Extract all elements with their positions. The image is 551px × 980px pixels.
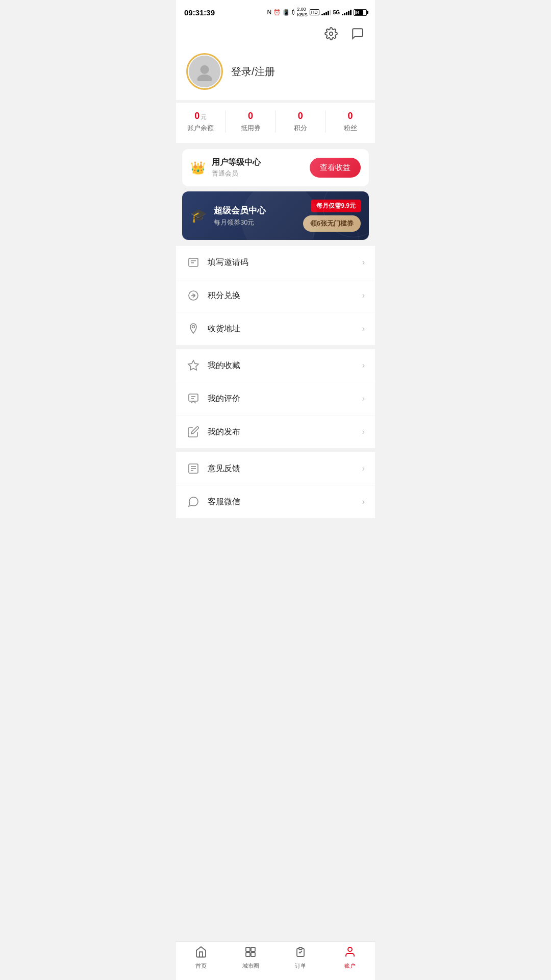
svg-rect-3 [189, 258, 198, 266]
get-coupon-button[interactable]: 领6张无门槛券 [303, 215, 361, 232]
nav-city-label: 城市圈 [242, 962, 259, 970]
menu-item-points-exchange[interactable]: 积分兑换 › [176, 279, 375, 312]
avatar-wrapper[interactable] [186, 53, 223, 90]
status-bar: 09:31:39 N ⏰ 📳 ₿ 2.00KB/S HD 5G 84 [176, 0, 375, 22]
menu-item-shipping-address[interactable]: 收货地址 › [176, 312, 375, 345]
header-actions [176, 22, 375, 48]
feedback-icon [186, 461, 201, 476]
svg-point-2 [197, 75, 212, 81]
points-label: 积分 [294, 124, 307, 133]
svg-rect-20 [251, 952, 255, 957]
nav-orders[interactable]: 订单 [276, 946, 325, 970]
super-vip-info: 超级会员中心 每月领券30元 [214, 205, 266, 227]
nfc-icon: N [267, 9, 271, 16]
favorites-icon [186, 358, 201, 373]
nav-account-label: 账户 [344, 962, 356, 970]
nav-home-label: 首页 [195, 962, 207, 970]
city-circle-icon [244, 946, 257, 960]
super-vip-card[interactable]: 🎓 超级会员中心 每月领券30元 每月仅需9.9元 领6张无门槛券 [182, 191, 369, 240]
super-vip-title: 超级会员中心 [214, 205, 266, 216]
login-text[interactable]: 登录/注册 [231, 65, 275, 79]
chevron-right-icon: › [362, 324, 365, 333]
reviews-icon [186, 391, 201, 406]
super-vip-left: 🎓 超级会员中心 每月领券30元 [190, 205, 266, 227]
balance-number: 0 [194, 111, 199, 121]
status-time: 09:31:39 [184, 8, 215, 17]
coupons-number: 0 [248, 111, 253, 121]
message-button[interactable] [348, 24, 367, 43]
svg-point-1 [200, 65, 209, 74]
fans-number: 0 [348, 111, 353, 121]
crown-icon: 👑 [190, 161, 206, 175]
svg-point-8 [192, 326, 195, 328]
bluetooth-icon: ₿ [292, 9, 295, 15]
vip-title: 用户等级中心 [212, 157, 261, 168]
cards-section: 👑 用户等级中心 普通会员 查看收益 🎓 超级会员中心 每月领券30元 每月仅需… [176, 143, 375, 246]
posts-label: 我的发布 [208, 427, 362, 437]
svg-point-22 [348, 947, 352, 951]
signal-5g [342, 9, 352, 15]
nav-home[interactable]: 首页 [176, 946, 226, 970]
points-exchange-icon [186, 288, 201, 303]
nav-account[interactable]: 账户 [325, 946, 375, 970]
vibrate-icon: 📳 [283, 9, 290, 16]
invite-code-icon [186, 255, 201, 270]
svg-rect-19 [246, 952, 250, 957]
alarm-icon: ⏰ [273, 9, 281, 16]
favorites-label: 我的收藏 [208, 360, 362, 371]
orders-icon [294, 946, 307, 960]
reviews-label: 我的评价 [208, 394, 362, 404]
chevron-right-icon: › [362, 464, 365, 473]
vip-level-card[interactable]: 👑 用户等级中心 普通会员 查看收益 [182, 149, 369, 186]
posts-icon [186, 425, 201, 439]
svg-rect-17 [246, 947, 250, 951]
svg-point-0 [330, 32, 333, 36]
stat-points[interactable]: 0 积分 [276, 111, 325, 133]
nav-orders-label: 订单 [295, 962, 306, 970]
chevron-right-icon: › [362, 427, 365, 436]
stat-coupons[interactable]: 0 抵用券 [226, 111, 276, 133]
shipping-address-icon [186, 322, 201, 336]
chevron-right-icon: › [362, 497, 365, 506]
vip-info: 用户等级中心 普通会员 [212, 157, 261, 178]
svg-marker-9 [188, 360, 198, 370]
points-exchange-label: 积分兑换 [208, 290, 362, 301]
view-earnings-button[interactable]: 查看收益 [310, 158, 361, 178]
wechat-icon [186, 495, 201, 509]
stats-row: 0 元 账户余额 0 抵用券 0 积分 0 粉丝 [176, 102, 375, 143]
settings-button[interactable] [322, 24, 340, 43]
vip-left: 👑 用户等级中心 普通会员 [190, 157, 261, 178]
account-icon [344, 946, 356, 960]
fans-label: 粉丝 [344, 124, 357, 133]
chevron-right-icon: › [362, 394, 365, 403]
feedback-label: 意见反馈 [208, 463, 362, 474]
profile-section[interactable]: 登录/注册 [176, 48, 375, 100]
menu-item-customer-wechat[interactable]: 客服微信 › [176, 485, 375, 518]
signal-4g [321, 9, 331, 15]
menu-item-invite-code[interactable]: 填写邀请码 › [176, 246, 375, 279]
coupons-label: 抵用券 [241, 124, 261, 133]
menu-section-3: 意见反馈 › 客服微信 › [176, 452, 375, 518]
stat-balance[interactable]: 0 元 账户余额 [176, 111, 226, 133]
super-vip-subtitle: 每月领券30元 [214, 218, 266, 227]
menu-item-feedback[interactable]: 意见反馈 › [176, 452, 375, 485]
menu-item-favorites[interactable]: 我的收藏 › [176, 349, 375, 382]
bottom-nav: 首页 城市圈 订单 账户 [176, 941, 375, 980]
balance-label: 账户余额 [187, 124, 214, 133]
chevron-right-icon: › [362, 291, 365, 300]
5g-label: 5G [333, 10, 340, 15]
menu-item-posts[interactable]: 我的发布 › [176, 415, 375, 448]
menu-item-reviews[interactable]: 我的评价 › [176, 382, 375, 415]
nav-city-circle[interactable]: 城市圈 [226, 946, 276, 970]
price-badge: 每月仅需9.9元 [311, 200, 361, 212]
network-speed: 2.00KB/S [297, 7, 308, 18]
home-icon [195, 946, 207, 960]
menu-section-1: 填写邀请码 › 积分兑换 › 收货地址 › [176, 246, 375, 345]
stat-fans[interactable]: 0 粉丝 [325, 111, 375, 133]
menu-section-2: 我的收藏 › 我的评价 › 我的发布 › [176, 349, 375, 448]
chevron-right-icon: › [362, 258, 365, 267]
customer-wechat-label: 客服微信 [208, 497, 362, 507]
svg-rect-21 [299, 947, 302, 949]
avatar [189, 56, 220, 87]
status-icons: N ⏰ 📳 ₿ 2.00KB/S HD 5G 84 [267, 7, 367, 18]
